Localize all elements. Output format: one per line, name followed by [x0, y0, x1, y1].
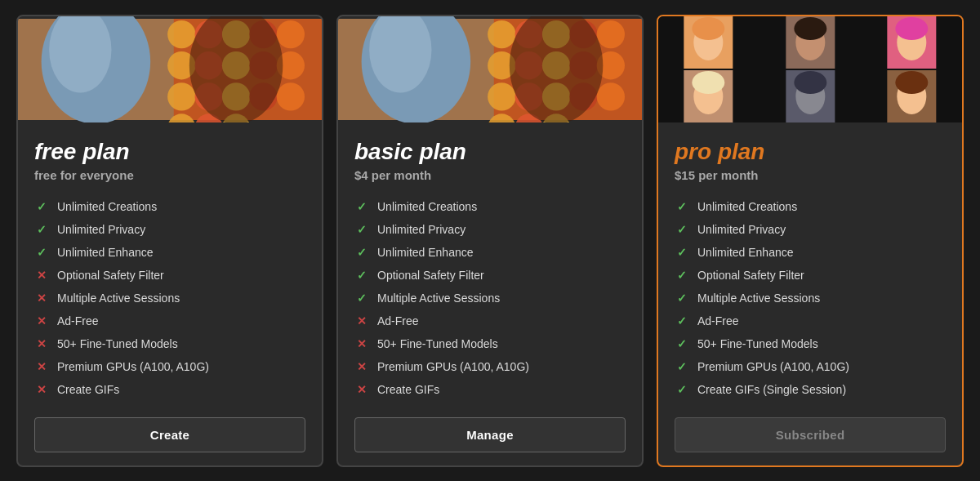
feature-item: ✕Optional Safety Filter	[34, 264, 305, 287]
feature-item: ✓Unlimited Privacy	[34, 218, 305, 241]
plan-card-free: free planfree for everyone✓Unlimited Cre…	[16, 15, 323, 467]
feature-text: Unlimited Enhance	[697, 246, 794, 259]
feature-text: Multiple Active Sessions	[697, 292, 820, 305]
pro-image-cell	[658, 70, 759, 122]
feature-item: ✕Ad-Free	[34, 310, 305, 332]
feature-text: Create GIFs	[57, 383, 119, 396]
plan-card-basic: basic plan$4 per month✓Unlimited Creatio…	[336, 15, 644, 467]
plan-price-basic: $4 per month	[354, 168, 626, 182]
svg-point-4	[167, 20, 195, 47]
cross-icon: ✕	[354, 314, 369, 328]
plan-action-basic: Manage	[354, 417, 626, 452]
feature-text: Premium GPUs (A100, A10G)	[697, 360, 849, 373]
feature-text: 50+ Fine-Tuned Models	[377, 337, 498, 350]
feature-text: Unlimited Privacy	[377, 223, 466, 236]
plan-body-free: free planfree for everyone✓Unlimited Cre…	[18, 122, 322, 465]
check-icon: ✓	[354, 245, 369, 260]
check-icon: ✓	[675, 222, 689, 237]
svg-point-27	[488, 20, 515, 47]
check-icon: ✓	[675, 314, 689, 328]
feature-item: ✓50+ Fine-Tuned Models	[675, 332, 946, 355]
feature-item: ✓Unlimited Creations	[34, 195, 305, 218]
feature-text: Optional Safety Filter	[697, 269, 804, 282]
svg-point-51	[794, 17, 826, 40]
cross-icon: ✕	[34, 314, 49, 328]
plan-price-free: free for everyone	[34, 168, 305, 182]
features-list-free: ✓Unlimited Creations✓Unlimited Privacy✓U…	[34, 195, 305, 401]
check-icon: ✓	[354, 199, 369, 214]
feature-item: ✓Optional Safety Filter	[675, 264, 946, 287]
check-icon: ✓	[34, 222, 49, 237]
feature-item: ✕50+ Fine-Tuned Models	[34, 332, 305, 355]
check-icon: ✓	[675, 382, 689, 397]
feature-text: Ad-Free	[377, 314, 419, 327]
feature-text: Unlimited Enhance	[57, 246, 154, 259]
feature-item: ✓Create GIFs (Single Session)	[675, 378, 946, 401]
feature-item: ✕Multiple Active Sessions	[34, 287, 305, 310]
feature-text: Multiple Active Sessions	[57, 292, 180, 305]
svg-point-41	[597, 82, 625, 110]
feature-text: 50+ Fine-Tuned Models	[57, 337, 178, 350]
plan-btn-free[interactable]: Create	[34, 417, 305, 452]
features-list-pro: ✓Unlimited Creations✓Unlimited Privacy✓U…	[675, 195, 946, 401]
pro-image-cell	[760, 16, 861, 69]
check-icon: ✓	[354, 268, 369, 283]
feature-item: ✓Optional Safety Filter	[354, 264, 626, 287]
svg-point-31	[597, 20, 625, 47]
feature-text: Unlimited Privacy	[697, 223, 786, 236]
plan-image-basic	[338, 16, 642, 122]
cross-icon: ✕	[34, 291, 49, 305]
cross-icon: ✕	[354, 359, 369, 374]
check-icon: ✓	[34, 199, 49, 214]
svg-point-18	[277, 82, 305, 110]
plan-image-free	[18, 16, 322, 122]
check-icon: ✓	[675, 199, 689, 214]
feature-item: ✓Unlimited Creations	[354, 195, 626, 218]
feature-item: ✓Multiple Active Sessions	[354, 287, 626, 310]
feature-item: ✕Premium GPUs (A100, A10G)	[34, 355, 305, 378]
feature-item: ✓Unlimited Creations	[675, 195, 946, 218]
svg-point-48	[692, 17, 724, 40]
feature-text: Premium GPUs (A100, A10G)	[57, 360, 209, 373]
cross-icon: ✕	[34, 336, 49, 351]
svg-point-22	[189, 16, 283, 122]
cross-icon: ✕	[354, 382, 369, 397]
feature-text: Unlimited Privacy	[57, 223, 145, 236]
plan-title-free: free plan	[34, 139, 305, 165]
pro-image-cell	[862, 16, 962, 69]
check-icon: ✓	[675, 336, 689, 351]
cross-icon: ✕	[34, 359, 49, 374]
svg-point-54	[896, 17, 929, 40]
svg-point-37	[488, 82, 515, 110]
plan-card-pro: pro plan$15 per month✓Unlimited Creation…	[657, 15, 964, 467]
svg-point-8	[277, 20, 305, 47]
plans-container: free planfree for everyone✓Unlimited Cre…	[16, 15, 964, 467]
feature-item: ✓Unlimited Enhance	[354, 241, 626, 264]
plan-price-pro: $15 per month	[675, 168, 946, 182]
pro-plan-image-grid	[658, 16, 962, 122]
plan-title-basic: basic plan	[354, 139, 626, 165]
svg-point-57	[692, 71, 724, 94]
feature-text: Create GIFs	[377, 383, 439, 396]
cross-icon: ✕	[34, 268, 49, 283]
check-icon: ✓	[354, 222, 369, 237]
check-icon: ✓	[675, 291, 689, 305]
plan-body-pro: pro plan$15 per month✓Unlimited Creation…	[658, 122, 962, 465]
pro-image-cell	[760, 70, 861, 122]
feature-text: Premium GPUs (A100, A10G)	[377, 360, 529, 373]
check-icon: ✓	[34, 245, 49, 260]
check-icon: ✓	[675, 268, 689, 283]
feature-item: ✕50+ Fine-Tuned Models	[354, 332, 626, 355]
plan-title-pro: pro plan	[675, 139, 946, 165]
pro-image-cell	[862, 70, 962, 122]
check-icon: ✓	[354, 291, 369, 305]
feature-text: Optional Safety Filter	[57, 269, 164, 282]
feature-item: ✓Unlimited Enhance	[34, 241, 305, 264]
feature-item: ✕Create GIFs	[34, 378, 305, 401]
svg-point-45	[510, 16, 603, 122]
feature-item: ✕Create GIFs	[354, 378, 626, 401]
plan-btn-pro: Subscribed	[675, 417, 946, 452]
plan-btn-basic[interactable]: Manage	[354, 417, 626, 452]
check-icon: ✓	[675, 359, 689, 374]
plan-action-free: Create	[34, 417, 305, 452]
